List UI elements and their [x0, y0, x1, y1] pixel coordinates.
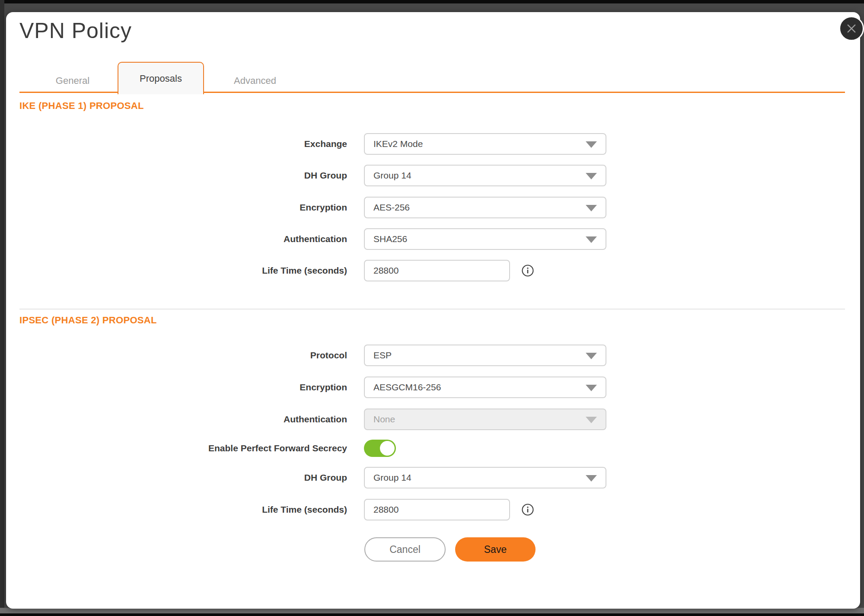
section-divider — [19, 309, 845, 310]
dh-group-p2-label: DH Group — [161, 472, 347, 483]
dropdown-arrow-icon — [586, 173, 597, 179]
field-row-dh-group-p1: DH Group Group 14 — [161, 165, 606, 186]
backdrop-top-edge — [0, 0, 864, 3]
field-row-encryption-p1: Encryption AES-256 — [161, 197, 606, 218]
encryption-p1-select-value: AES-256 — [365, 202, 410, 213]
tab-proposals[interactable]: Proposals — [118, 62, 204, 94]
section-heading-ike-phase1: IKE (PHASE 1) PROPOSAL — [19, 100, 144, 112]
protocol-label: Protocol — [161, 350, 347, 361]
tab-advanced[interactable]: Advanced — [223, 72, 287, 89]
field-row-authentication-p1: Authentication SHA256 — [161, 228, 606, 250]
dropdown-arrow-icon — [586, 236, 597, 243]
authentication-p1-select[interactable]: SHA256 — [364, 228, 606, 250]
info-icon[interactable] — [521, 503, 534, 516]
encryption-p2-select-value: AESGCM16-256 — [365, 382, 441, 393]
authentication-p2-select-value: None — [365, 414, 395, 424]
backdrop-bottom-edge — [0, 613, 864, 616]
dh-group-p1-select-value: Group 14 — [365, 170, 411, 181]
exchange-select-value: IKEv2 Mode — [365, 139, 423, 149]
pfs-label: Enable Perfect Forward Secrecy — [161, 443, 347, 453]
section-heading-ipsec-phase2: IPSEC (PHASE 2) PROPOSAL — [19, 315, 157, 326]
dropdown-arrow-icon — [586, 141, 597, 148]
field-row-protocol: Protocol ESP — [161, 345, 606, 366]
dh-group-p2-select-value: Group 14 — [365, 472, 411, 483]
field-row-authentication-p2: Authentication None — [161, 409, 606, 430]
authentication-p1-select-value: SHA256 — [365, 234, 407, 244]
protocol-select-value: ESP — [365, 350, 392, 361]
lifetime-p1-label: Life Time (seconds) — [161, 265, 347, 276]
exchange-label: Exchange — [161, 139, 347, 149]
close-button[interactable] — [839, 16, 864, 41]
dh-group-p2-select[interactable]: Group 14 — [364, 467, 606, 488]
dh-group-p1-label: DH Group — [161, 170, 347, 181]
field-row-exchange: Exchange IKEv2 Mode — [161, 133, 606, 155]
encryption-p1-label: Encryption — [161, 202, 347, 213]
backdrop-left-edge — [0, 0, 4, 616]
authentication-p1-label: Authentication — [161, 234, 347, 244]
dropdown-arrow-icon — [586, 417, 597, 423]
lifetime-p1-input[interactable] — [364, 260, 510, 281]
protocol-select[interactable]: ESP — [364, 345, 606, 366]
authentication-p2-label: Authentication — [161, 414, 347, 424]
pfs-toggle[interactable] — [364, 440, 396, 457]
field-row-lifetime-p2: Life Time (seconds) — [161, 499, 534, 520]
save-button[interactable]: Save — [455, 537, 536, 562]
field-row-pfs: Enable Perfect Forward Secrecy — [161, 440, 396, 457]
dropdown-arrow-icon — [586, 385, 597, 391]
screen: VPN Policy General Proposals Advanced IK… — [0, 0, 864, 616]
encryption-p2-label: Encryption — [161, 382, 347, 393]
field-row-encryption-p2: Encryption AESGCM16-256 — [161, 377, 606, 398]
cancel-button[interactable]: Cancel — [364, 537, 446, 562]
exchange-select[interactable]: IKEv2 Mode — [364, 133, 606, 155]
dh-group-p1-select[interactable]: Group 14 — [364, 165, 606, 186]
page-title: VPN Policy — [19, 18, 132, 43]
authentication-p2-select-disabled: None — [364, 409, 606, 430]
encryption-p2-select[interactable]: AESGCM16-256 — [364, 377, 606, 398]
lifetime-p2-label: Life Time (seconds) — [161, 504, 347, 515]
dropdown-arrow-icon — [586, 353, 597, 359]
dropdown-arrow-icon — [586, 475, 597, 482]
field-row-dh-group-p2: DH Group Group 14 — [161, 467, 606, 488]
encryption-p1-select[interactable]: AES-256 — [364, 197, 606, 218]
vpn-policy-dialog: VPN Policy General Proposals Advanced IK… — [6, 12, 860, 609]
close-icon — [845, 22, 858, 35]
dropdown-arrow-icon — [586, 205, 597, 211]
tab-general[interactable]: General — [40, 72, 105, 89]
lifetime-p2-input[interactable] — [364, 499, 510, 520]
pfs-toggle-knob — [380, 441, 395, 456]
info-icon[interactable] — [521, 264, 534, 277]
field-row-lifetime-p1: Life Time (seconds) — [161, 260, 534, 281]
